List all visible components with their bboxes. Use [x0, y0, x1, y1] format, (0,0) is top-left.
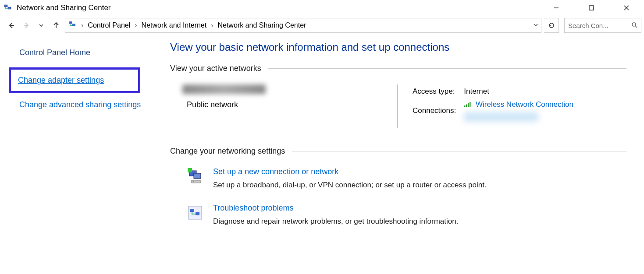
- svg-rect-10: [72, 24, 75, 26]
- app-icon: [4, 4, 12, 12]
- svg-rect-18: [194, 173, 201, 179]
- refresh-button[interactable]: [544, 18, 559, 33]
- svg-rect-15: [468, 103, 469, 107]
- back-button[interactable]: [5, 19, 18, 32]
- search-input[interactable]: Search Con...: [564, 18, 641, 33]
- sidebar-home-link[interactable]: Control Panel Home: [19, 47, 145, 58]
- divider: [268, 68, 626, 69]
- svg-rect-9: [69, 21, 72, 24]
- maximize-button[interactable]: [583, 2, 600, 14]
- divider: [397, 84, 398, 128]
- page-heading: View your basic network information and …: [170, 41, 626, 53]
- setup-connection-item: Set up a new connection or network Set u…: [170, 163, 626, 199]
- wifi-signal-icon: [464, 101, 472, 109]
- sidebar-change-adapter-link[interactable]: Change adapter settings: [18, 76, 104, 84]
- highlight-annotation: Change adapter settings: [9, 67, 140, 93]
- up-button[interactable]: [50, 19, 62, 32]
- svg-rect-23: [190, 209, 194, 212]
- network-name-redacted: [182, 84, 266, 94]
- titlebar: Network and Sharing Center: [0, 0, 644, 16]
- address-dropdown-button[interactable]: [533, 21, 538, 29]
- svg-line-12: [635, 26, 637, 28]
- chevron-right-icon[interactable]: ›: [135, 21, 137, 29]
- search-icon: [631, 22, 637, 29]
- forward-button[interactable]: [20, 19, 32, 32]
- breadcrumb-segment[interactable]: Network and Internet: [142, 21, 207, 29]
- section-label: Change your networking settings: [170, 147, 292, 156]
- svg-point-21: [193, 181, 194, 183]
- svg-rect-24: [196, 212, 199, 215]
- sidebar: Control Panel Home Change adapter settin…: [0, 39, 158, 235]
- svg-rect-14: [466, 104, 467, 107]
- svg-rect-20: [191, 180, 201, 183]
- minimize-button[interactable]: [548, 2, 565, 14]
- access-type-value: Internet: [460, 85, 577, 98]
- window-title: Network and Sharing Center: [17, 4, 111, 12]
- connection-details-redacted: [464, 112, 538, 122]
- recent-locations-button[interactable]: [35, 19, 47, 32]
- troubleshoot-item: Troubleshoot problems Diagnose and repai…: [170, 199, 626, 235]
- svg-rect-13: [464, 105, 466, 107]
- svg-point-11: [632, 23, 636, 26]
- breadcrumb-segment[interactable]: Network and Sharing Center: [217, 21, 306, 29]
- main-content: View your basic network information and …: [158, 39, 644, 235]
- troubleshoot-link[interactable]: Troubleshoot problems: [213, 204, 458, 213]
- svg-rect-22: [189, 206, 202, 219]
- chevron-right-icon[interactable]: ›: [211, 21, 213, 29]
- nav-row: › Control Panel › Network and Internet ›…: [0, 16, 644, 35]
- svg-rect-3: [589, 6, 594, 10]
- setup-connection-icon: [186, 167, 204, 186]
- section-label: View your active networks: [170, 64, 268, 73]
- address-bar[interactable]: › Control Panel › Network and Internet ›…: [65, 18, 541, 33]
- connections-label: Connections:: [409, 98, 459, 123]
- connection-link[interactable]: Wireless Network Connection: [476, 100, 573, 109]
- breadcrumb-segment[interactable]: Control Panel: [88, 21, 130, 29]
- section-active-networks: View your active networks: [170, 64, 626, 73]
- svg-rect-1: [8, 7, 11, 9]
- active-network-block: Public network Access type: Internet Con…: [170, 80, 626, 139]
- address-icon: [68, 20, 77, 31]
- troubleshoot-icon: [186, 204, 204, 222]
- window-controls: [548, 2, 640, 14]
- network-type-label: Public network: [182, 100, 397, 109]
- section-change-settings: Change your networking settings: [170, 147, 626, 156]
- chevron-right-icon[interactable]: ›: [81, 21, 83, 29]
- troubleshoot-desc: Diagnose and repair network problems, or…: [213, 217, 458, 226]
- svg-rect-0: [4, 5, 7, 7]
- search-placeholder: Search Con...: [568, 22, 629, 29]
- setup-connection-link[interactable]: Set up a new connection or network: [213, 167, 487, 176]
- sidebar-change-advanced-link[interactable]: Change advanced sharing settings: [19, 99, 145, 110]
- setup-connection-desc: Set up a broadband, dial-up, or VPN conn…: [213, 181, 487, 190]
- close-button[interactable]: [618, 2, 635, 14]
- divider: [292, 151, 626, 151]
- svg-rect-19: [188, 168, 192, 172]
- access-type-label: Access type:: [409, 85, 459, 98]
- svg-rect-16: [470, 102, 471, 107]
